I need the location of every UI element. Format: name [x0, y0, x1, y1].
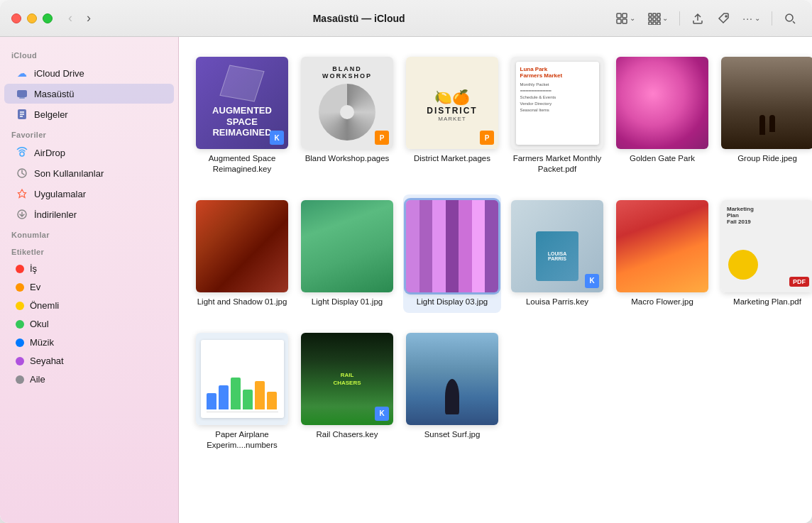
sidebar-item-uygulamalar[interactable]: Uygulamalar: [4, 184, 174, 204]
svg-point-13: [725, 16, 727, 17]
tag-dot-aile: [16, 375, 24, 384]
file-item-district[interactable]: 🍋🍊 DISTRICT MARKET P District Market.pag…: [403, 51, 501, 180]
view-icon-button[interactable]: ⌄: [611, 9, 640, 28]
sidebar-item-icloud-drive[interactable]: ☁ iCloud Drive: [4, 63, 174, 83]
file-thumb-macro: [616, 200, 708, 292]
sidebar-item-tag-onemli[interactable]: Önemli: [4, 297, 174, 314]
golden-flower: [616, 57, 708, 149]
back-button[interactable]: ‹: [64, 9, 77, 27]
file-name-bland: Bland Workshop.pages: [305, 153, 390, 164]
file-item-augmented[interactable]: AUGMENTEDSPACEREIMAGINED K Augmented Spa…: [193, 51, 291, 180]
share-button[interactable]: [687, 9, 708, 28]
svg-point-21: [20, 152, 24, 156]
sidebar-item-masaustu[interactable]: Masaüstü: [4, 84, 174, 104]
sidebar-label-airdrop: AirDrop: [34, 148, 65, 158]
icloud-section-label: iCloud: [0, 45, 178, 62]
file-item-light-display1[interactable]: Light Display 01.jpg: [298, 194, 396, 313]
masaustu-icon: [16, 87, 28, 100]
sidebar-label-belgeler: Belgeler: [34, 109, 68, 120]
close-button[interactable]: [11, 13, 21, 23]
tag-icon: [717, 12, 730, 25]
tag-dot-ev: [16, 283, 24, 292]
chart-baseline: [207, 412, 278, 412]
file-item-bland[interactable]: BLANDWORKSHOP P Bland Workshop.pages: [298, 51, 396, 180]
file-thumb-golden: [616, 57, 708, 149]
sidebar-item-tag-ev[interactable]: Ev: [4, 278, 174, 296]
file-name-farmers: Farmers Market Monthly Packet.pdf: [511, 153, 603, 175]
file-item-macro[interactable]: Macro Flower.jpg: [613, 194, 711, 313]
file-item-golden[interactable]: Golden Gate Park: [613, 51, 711, 180]
more-chevron: ⌄: [755, 14, 760, 22]
silhouette1: [759, 115, 765, 135]
file-item-farmers[interactable]: Luna ParkFarmers Market Monthly Packet━━…: [508, 51, 606, 180]
file-item-light-shadow[interactable]: Light and Shadow 01.jpg: [193, 194, 291, 313]
sunset-thumb-bg: [406, 333, 498, 425]
file-item-rail[interactable]: RAILCHASERS K Rail Chasers.key: [298, 327, 396, 456]
sidebar-item-belgeler[interactable]: Belgeler: [4, 104, 174, 124]
sidebar-item-tag-okul[interactable]: Okul: [4, 315, 174, 333]
sidebar-item-indirilenler[interactable]: İndirilenler: [4, 204, 174, 224]
sidebar-item-tag-aile[interactable]: Aile: [4, 370, 174, 388]
sidebar-label-tag-aile: Aile: [30, 374, 45, 385]
svg-rect-9: [657, 18, 660, 21]
minimize-button[interactable]: [27, 13, 37, 23]
farmers-body: Monthly Packet━━━━━━━━━━━Schedule & Even…: [520, 82, 595, 114]
maximize-button[interactable]: [43, 13, 53, 23]
forward-button[interactable]: ›: [82, 9, 95, 27]
more-button[interactable]: ··· ⌄: [738, 10, 764, 27]
light-shadow-grad: [196, 200, 288, 292]
toolbar-separator2: [772, 11, 772, 26]
file-thumb-group: [721, 57, 812, 149]
marketing-circle-container: [728, 250, 758, 280]
sidebar-label-son-kullanilanlar: Son Kullanılanlar: [34, 168, 104, 179]
svg-rect-15: [17, 90, 27, 97]
group-silhouettes: [759, 115, 775, 135]
sidebar-item-son-kullanilanlar[interactable]: Son Kullanılanlar: [4, 163, 174, 183]
file-name-golden: Golden Gate Park: [630, 153, 695, 164]
sidebar-item-tag-seyahat[interactable]: Seyahat: [4, 352, 174, 370]
file-item-group[interactable]: Group Ride.jpeg: [718, 51, 812, 180]
file-name-macro: Macro Flower.jpg: [631, 297, 693, 307]
golden-thumb-bg: [616, 57, 708, 149]
toolbar-separator: [679, 11, 680, 26]
district-subtitle: MARKET: [427, 116, 477, 122]
sidebar-item-tag-is[interactable]: İş: [4, 260, 174, 277]
district-title: DISTRICT: [427, 106, 477, 116]
tag-button[interactable]: [713, 9, 734, 28]
silhouette2: [769, 115, 775, 132]
stripe7: [485, 200, 498, 292]
view-chevron: ⌄: [630, 14, 635, 22]
bland-disc: [319, 84, 375, 141]
sidebar-item-airdrop[interactable]: AirDrop: [4, 143, 174, 163]
search-button[interactable]: [779, 9, 801, 28]
icloud-drive-icon: ☁: [16, 67, 28, 79]
content-area: iCloud ☁ iCloud Drive Masaüstü: [0, 37, 812, 523]
tag-dot-is: [16, 265, 24, 273]
file-name-sunset: Sunset Surf.jpg: [424, 429, 481, 440]
sidebar-label-uygulamalar: Uygulamalar: [34, 189, 86, 199]
file-name-group: Group Ride.jpeg: [737, 153, 797, 164]
file-name-light-display3: Light Display 03.jpg: [417, 297, 488, 307]
view-arrange-button[interactable]: ⌄: [644, 9, 672, 28]
sidebar-label-tag-ev: Ev: [30, 282, 40, 292]
belgeler-icon: [16, 108, 28, 121]
svg-rect-16: [19, 97, 25, 99]
sidebar-label-tag-seyahat: Seyahat: [30, 356, 64, 366]
sidebar-label-masaustu: Masaüstü: [34, 89, 74, 99]
file-item-light-display3[interactable]: Light Display 03.jpg: [403, 194, 501, 313]
airdrop-icon: [16, 146, 28, 159]
farmers-title: Luna ParkFarmers Market: [520, 66, 595, 79]
traffic-lights: [11, 13, 53, 23]
more-icon: ···: [742, 13, 753, 24]
paper-thumb-bg: [196, 333, 288, 425]
file-item-marketing[interactable]: MarketingPlanFall 2019 PDF Marketing Pla…: [718, 194, 812, 313]
sunset-scene: [406, 333, 498, 425]
svg-rect-6: [657, 13, 660, 16]
svg-rect-11: [653, 22, 656, 25]
grid-icon: [615, 12, 628, 25]
file-item-louisa[interactable]: LOUISAPARRIS K Louisa Parris.key: [508, 194, 606, 313]
file-item-paper[interactable]: Paper Airplane Experim....numbers: [193, 327, 291, 456]
sidebar-item-tag-muzik[interactable]: Müzik: [4, 334, 174, 351]
light-display3-thumb-bg: [406, 200, 498, 292]
file-item-sunset[interactable]: Sunset Surf.jpg: [403, 327, 501, 456]
